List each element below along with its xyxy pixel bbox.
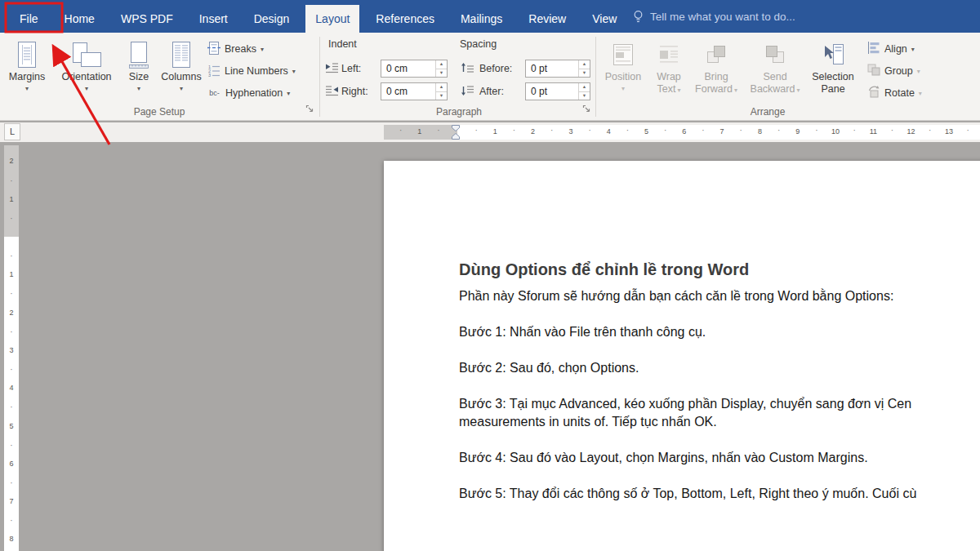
selection-pane-icon <box>821 38 845 71</box>
tab-stop-selector[interactable]: L <box>4 123 20 140</box>
spacing-section-label: Spacing <box>460 38 497 50</box>
margins-icon <box>16 38 38 71</box>
document-page[interactable]: Dùng Options để chỉnh lề trong Word Phần… <box>384 161 980 551</box>
tab-mailings[interactable]: Mailings <box>451 5 512 33</box>
breaks-button[interactable]: Breaks ▾ <box>207 39 264 59</box>
tab-review[interactable]: Review <box>519 5 576 33</box>
wrap-text-icon <box>657 38 681 71</box>
ruler-tick: · <box>399 126 402 135</box>
ruler-tick: · <box>4 402 19 411</box>
ribbon-tabs-bar: File Home WPS PDF Insert Design Layout R… <box>0 0 980 33</box>
ruler-number: 8 <box>758 127 762 136</box>
hyphenation-button[interactable]: bc- Hyphenation ▾ <box>207 83 290 103</box>
paragraph-group-label: Paragraph <box>323 106 595 118</box>
ruler-tick: · <box>4 251 19 260</box>
tab-layout[interactable]: Layout <box>305 5 359 33</box>
vertical-ruler-band[interactable]: 1212345678··········· <box>4 145 19 551</box>
tab-file[interactable]: File <box>10 5 48 33</box>
ruler-tick: · <box>929 126 931 135</box>
tab-home[interactable]: Home <box>55 5 105 33</box>
spacing-before-icon <box>461 62 474 73</box>
spinner-down-icon[interactable]: ▼ <box>579 92 590 100</box>
paragraph[interactable]: Bước 1: Nhấn vào File trên thanh công cụ… <box>459 323 980 341</box>
spinner-up-icon[interactable]: ▲ <box>436 83 447 92</box>
text-line: measurements in units of. Tiếp tục nhấn … <box>459 413 980 431</box>
paragraph[interactable]: Bước 4: Sau đó vào Layout, chọn Margins,… <box>459 449 980 467</box>
spinner-up-icon[interactable]: ▲ <box>579 60 590 69</box>
spacing-before-input[interactable]: 0 pt ▲▼ <box>525 60 590 78</box>
ruler-tick: · <box>4 516 19 525</box>
ruler-number: 1 <box>4 195 19 203</box>
paragraph[interactable]: Bước 2: Sau đó, chọn Options. <box>459 359 980 377</box>
horizontal-ruler-band[interactable]: 1212345678910111213················· <box>384 125 980 140</box>
ruler-tick: · <box>664 126 666 135</box>
dropdown-arrow-icon: ▾ <box>734 87 737 94</box>
columns-icon <box>170 38 193 71</box>
spinner-up-icon[interactable]: ▲ <box>579 83 590 92</box>
ruler-number: 3 <box>4 346 19 354</box>
ruler-number: 13 <box>945 127 953 136</box>
spacing-after-input[interactable]: 0 pt ▲▼ <box>525 82 590 100</box>
page-setup-dialog-launcher-button[interactable] <box>304 104 315 114</box>
line-numbers-button[interactable]: 123 Line Numbers ▾ <box>207 61 296 81</box>
ruler-number: 4 <box>607 127 611 136</box>
ruler-tick: · <box>966 126 969 135</box>
indent-left-icon <box>325 62 339 73</box>
tab-insert[interactable]: Insert <box>189 5 238 33</box>
paragraph-dialog-launcher-button[interactable] <box>581 104 592 114</box>
document-paragraphs: Phần này Sforum sẽ hướng dẫn bạn cách că… <box>459 287 980 503</box>
word-window: File Home WPS PDF Insert Design Layout R… <box>0 0 980 551</box>
spacing-after-label: After: <box>479 86 504 97</box>
hanging-indent-marker[interactable] <box>452 134 460 140</box>
tab-view[interactable]: View <box>582 5 626 33</box>
ruler-number: 5 <box>4 422 19 430</box>
position-icon <box>611 38 635 71</box>
ruler-tick: · <box>626 126 629 135</box>
align-button[interactable]: Align ▾ <box>867 39 915 59</box>
dropdown-arrow-icon: ▾ <box>911 46 915 53</box>
ruler-number: 12 <box>907 127 915 136</box>
size-icon <box>128 38 149 71</box>
indent-right-input[interactable]: 0 cm ▲▼ <box>381 82 448 100</box>
tab-references[interactable]: References <box>366 5 444 33</box>
rotate-button[interactable]: Rotate ▾ <box>867 83 922 103</box>
dialog-launcher-icon <box>305 104 314 113</box>
ruler-tick: · <box>4 289 19 298</box>
spinner-down-icon[interactable]: ▼ <box>579 69 590 78</box>
ruler-number: 8 <box>4 535 19 543</box>
paragraph[interactable]: Bước 3: Tại mục Advanced, kéo xuống phần… <box>459 395 980 431</box>
spacing-before-label: Before: <box>479 63 512 74</box>
lightbulb-icon <box>633 10 644 24</box>
tell-me-box[interactable]: Tell me what you want to do... <box>633 0 795 33</box>
indent-left-input[interactable]: 0 cm ▲▼ <box>381 60 448 78</box>
dropdown-arrow-icon: ▾ <box>137 85 140 92</box>
ruler-tick: · <box>4 440 19 449</box>
position-button[interactable]: Position ▾ <box>601 35 645 118</box>
tab-wps-pdf[interactable]: WPS PDF <box>111 5 183 33</box>
wrap-text-button[interactable]: Wrap Text▾ <box>648 35 689 118</box>
indent-right-icon <box>325 85 339 96</box>
paragraph[interactable]: Bước 5: Thay đổi các thông số ở Top, Bot… <box>459 485 980 503</box>
paragraph[interactable]: Phần này Sforum sẽ hướng dẫn bạn cách că… <box>459 287 980 305</box>
tab-design[interactable]: Design <box>244 5 300 33</box>
group-button[interactable]: Group ▾ <box>867 61 920 81</box>
ruler-tick: · <box>4 213 19 222</box>
document-area: 1212345678··········· Dùng Options để ch… <box>0 142 980 551</box>
ruler-tick: · <box>513 126 515 135</box>
dropdown-arrow-icon: ▾ <box>287 90 290 97</box>
ruler-number: 3 <box>568 127 572 136</box>
ruler-number: 4 <box>4 384 19 392</box>
spinner-down-icon[interactable]: ▼ <box>436 92 447 100</box>
send-backward-icon <box>763 38 787 71</box>
ruler-tick: · <box>777 126 780 135</box>
ruler-tick: · <box>550 126 553 135</box>
first-line-indent-marker[interactable] <box>452 126 460 131</box>
group-divider <box>595 37 596 117</box>
document-heading[interactable]: Dùng Options để chỉnh lề trong Word <box>459 260 980 279</box>
dropdown-arrow-icon: ▾ <box>796 87 800 94</box>
spinner-down-icon[interactable]: ▼ <box>436 69 447 78</box>
spinner-up-icon[interactable]: ▲ <box>436 60 447 69</box>
text-line: Bước 3: Tại mục Advanced, kéo xuống phần… <box>459 395 980 413</box>
bring-forward-icon <box>704 38 728 71</box>
indent-markers[interactable] <box>451 124 461 144</box>
